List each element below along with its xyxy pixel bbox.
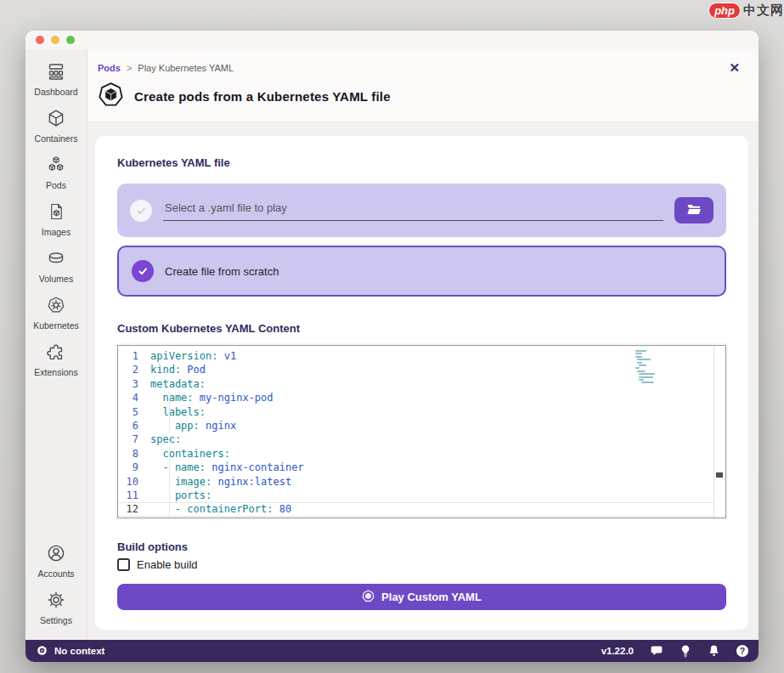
sidebar-item-dashboard[interactable]: Dashboard [25,56,87,103]
notifications-bell-icon[interactable] [708,644,720,658]
editor-scrollbar-thumb[interactable] [716,472,723,478]
kubernetes-wheel-icon [46,295,66,319]
editor-line[interactable]: 10 image: nginx:latest [118,475,725,489]
sidebar-item-kubernetes[interactable]: Kubernetes [25,290,87,336]
feedback-chat-icon[interactable] [650,644,663,658]
puzzle-icon [46,342,66,365]
context-label: No context [54,646,104,656]
file-option-check-icon[interactable] [130,200,152,222]
enable-build-checkbox[interactable] [117,558,130,571]
main-panel: Pods > Play Kubernetes YAML ✕ [87,49,759,640]
sidebar-item-label: Settings [40,615,72,625]
scratch-option-label: Create file from scratch [165,265,279,278]
screen: php 中文网 [0,0,784,673]
editor-line[interactable]: 2kind: Pod [118,363,725,376]
editor-line[interactable]: 11 ports: [118,489,725,502]
sidebar: Dashboard Containers [25,49,87,640]
play-custom-yaml-button[interactable]: Play Custom YAML [117,584,726,610]
sidebar-item-containers[interactable]: Containers [25,103,87,150]
sidebar-item-label: Accounts [37,568,74,579]
editor-minimap[interactable] [635,350,669,385]
editor-line[interactable]: 6 app: nginx [118,419,725,433]
play-button-label: Play Custom YAML [381,591,482,603]
minimize-window-button[interactable] [51,36,59,44]
help-icon[interactable]: ? [736,645,748,657]
editor-line[interactable]: 7spec: [118,433,725,446]
sidebar-item-label: Dashboard [34,87,77,97]
editor-line[interactable]: 5 labels: [118,405,725,419]
sidebar-item-accounts[interactable]: Accounts [25,538,87,585]
editor-lines: 1apiVersion: v12kind: Pod3metadata:4 nam… [118,346,725,517]
enable-build-label: Enable build [137,558,198,571]
editor-scrollbar[interactable] [713,346,725,517]
app-window: Dashboard Containers [25,31,759,662]
status-bar: No context v1.22.0 [25,640,759,662]
sidebar-item-extensions[interactable]: Extensions [25,336,87,383]
sidebar-item-label: Pods [46,180,66,190]
build-options-label: Build options [117,540,726,553]
yaml-file-section-label: Kubernetes YAML file [117,156,726,169]
yaml-file-input[interactable] [163,200,663,221]
play-kube-icon [98,82,124,111]
version-label: v1.22.0 [601,646,634,656]
sidebar-item-pods[interactable]: Pods [25,150,87,196]
kube-context-status[interactable]: No context [36,644,104,659]
page-title: Create pods from a Kubernetes YAML file [134,89,391,104]
editor-line[interactable]: 4 name: my-nginx-pod [118,391,725,404]
help-glyph: ? [736,645,748,657]
container-cube-icon [46,108,66,132]
php-logo: php [708,3,741,19]
editor-section-label: Custom Kubernetes YAML Content [117,322,726,335]
breadcrumb-current: Play Kubernetes YAML [138,63,234,73]
dashboard-icon [46,61,66,85]
sidebar-item-label: Kubernetes [33,320,79,331]
scratch-option-check-icon [132,260,154,282]
sidebar-item-label: Extensions [34,367,77,377]
browse-file-button[interactable] [674,197,713,223]
pods-cubes-icon [46,155,66,178]
titlebar [25,31,759,49]
sidebar-item-label: Containers [35,133,78,144]
close-page-icon[interactable]: ✕ [725,61,743,74]
context-icon [36,644,48,659]
yaml-editor[interactable]: 1apiVersion: v12kind: Pod3metadata:4 nam… [117,345,726,518]
page-header: Pods > Play Kubernetes YAML ✕ [87,49,759,122]
watermark: php 中文网 [708,3,784,19]
editor-line[interactable]: 1apiVersion: v1 [118,349,725,363]
sidebar-item-label: Images [42,227,71,237]
editor-line[interactable]: 3metadata: [118,377,725,391]
play-kube-button-icon [362,590,375,605]
editor-line[interactable]: 9 - name: nginx-container [118,461,725,474]
maximize-window-button[interactable] [66,36,75,44]
close-window-button[interactable] [36,36,44,44]
sidebar-item-label: Volumes [39,274,73,284]
breadcrumb: Pods > Play Kubernetes YAML ✕ [98,61,743,74]
volume-cylinder-icon [46,248,66,272]
enable-build-option[interactable]: Enable build [117,558,726,571]
form-card: Kubernetes YAML file [95,136,748,630]
editor-line[interactable]: 8 containers: [118,447,725,461]
editor-line[interactable]: 12 - containerPort: 80 [118,502,725,516]
sidebar-item-volumes[interactable]: Volumes [25,243,87,290]
lightbulb-icon[interactable] [680,644,691,659]
image-file-icon [46,201,66,225]
account-person-icon [46,543,66,567]
gear-icon [46,590,66,614]
breadcrumb-separator: > [127,63,132,73]
sidebar-item-settings[interactable]: Settings [25,585,87,631]
sidebar-item-images[interactable]: Images [25,196,87,243]
watermark-text: 中文网 [743,3,784,19]
page-content: Kubernetes YAML file [87,122,759,640]
create-from-scratch-option[interactable]: Create file from scratch [117,246,726,297]
breadcrumb-pods-link[interactable]: Pods [98,63,121,73]
yaml-file-select-panel [117,184,726,237]
folder-icon [686,203,702,218]
